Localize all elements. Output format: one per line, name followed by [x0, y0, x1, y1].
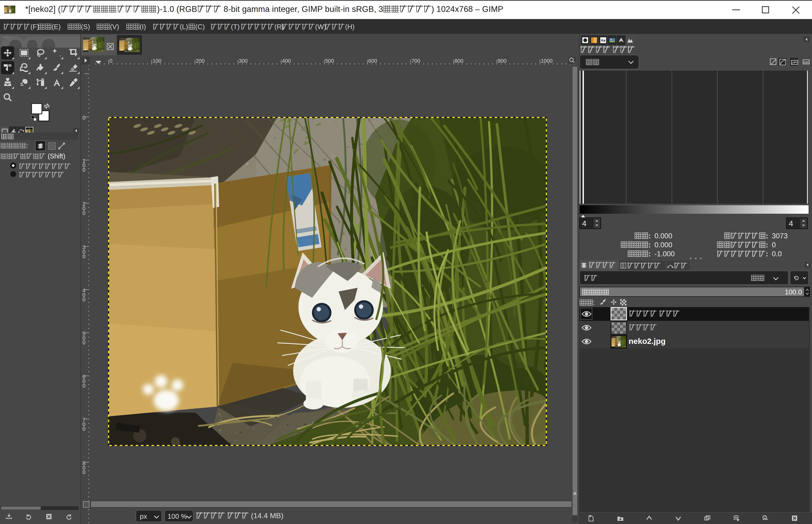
svg-text:100: 100: [153, 58, 161, 64]
svg-text:0: 0: [83, 383, 85, 389]
svg-text:300: 300: [239, 58, 248, 64]
svg-text:Aa: Aa: [601, 38, 605, 42]
svg-text:900: 900: [498, 58, 506, 64]
svg-text:600: 600: [368, 58, 377, 64]
svg-text:0: 0: [83, 426, 85, 432]
svg-text:0: 0: [83, 469, 85, 475]
svg-text:0: 0: [83, 340, 85, 345]
svg-text:800: 800: [455, 58, 463, 64]
svg-text:1000: 1000: [541, 58, 553, 64]
svg-text:0: 0: [83, 167, 85, 173]
svg-text:400: 400: [282, 58, 291, 64]
svg-text:200: 200: [196, 58, 204, 64]
svg-text:0: 0: [109, 58, 112, 64]
svg-text:0: 0: [83, 115, 85, 120]
svg-text:0: 0: [83, 253, 85, 259]
svg-text:700: 700: [411, 58, 420, 64]
svg-text:500: 500: [325, 58, 334, 64]
svg-text:0: 0: [83, 296, 85, 302]
svg-text:0: 0: [83, 210, 85, 216]
